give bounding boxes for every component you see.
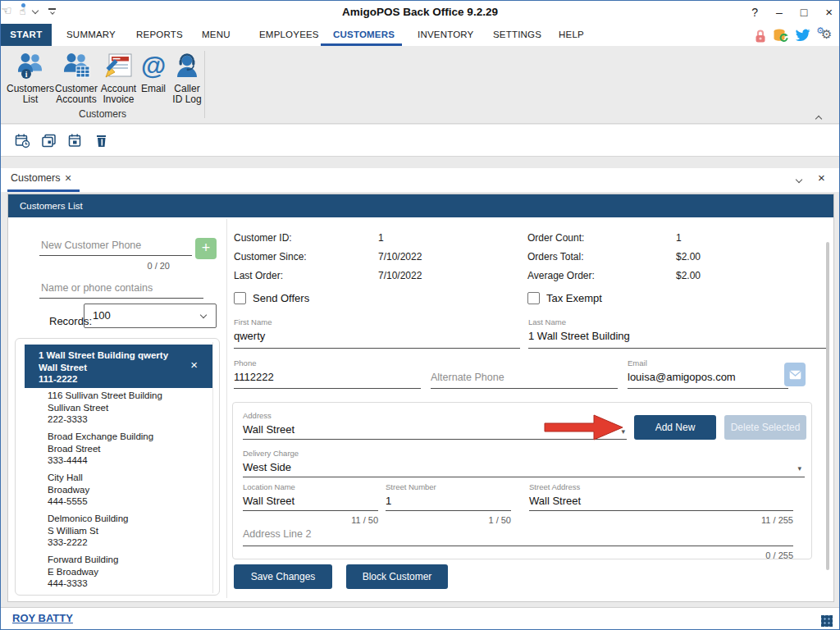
last-name-field[interactable]: Last Name 1 Wall Street Building [528, 317, 826, 349]
maximize-button[interactable]: □ [801, 1, 807, 24]
panel-header: Customers List [8, 194, 833, 217]
ribbon-customer-accounts-button[interactable]: Customer Accounts [53, 49, 99, 112]
address-group: Address Wall Street ▾ Add New Delete Sel… [232, 402, 812, 559]
doc-tab-underline [7, 189, 80, 192]
delivery-charge-dropdown[interactable]: Delivery Charge West Side ▾ [243, 449, 805, 477]
account-invoice-icon [104, 49, 134, 84]
street-number-counter: 1 / 50 [386, 515, 511, 525]
stat-value: $2.00 [676, 251, 701, 262]
tab-list-chevron-icon[interactable] [796, 176, 802, 183]
stat-label: Customer Since: [234, 251, 307, 262]
tab-customers[interactable]: CUSTOMERS [333, 24, 395, 46]
stat-value: 7/10/2022 [378, 270, 422, 281]
phone-field[interactable]: Phone 1112222 [234, 358, 421, 389]
customer-list-item[interactable]: 116 Sullivan Street BuildingSullivan Str… [25, 386, 212, 427]
tax-exempt-label: Tax Exempt [546, 292, 602, 304]
customer-list-item[interactable]: Broad Exchange BuildingBroad Street333-4… [25, 427, 212, 468]
block-customer-button[interactable]: Block Customer [346, 564, 448, 589]
alternate-phone-field[interactable]: Alternate Phone [431, 358, 618, 389]
tab-help[interactable]: HELP [559, 24, 584, 46]
records-chevron-icon [200, 312, 207, 318]
add-new-button[interactable]: Add New [634, 415, 716, 440]
doc-tab-customers[interactable]: Customers [11, 172, 60, 184]
tab-start[interactable]: START [1, 24, 52, 46]
ribbon-caller-id-log-button[interactable]: Caller ID Log [169, 49, 205, 112]
street-address-field[interactable]: Street Address Wall Street [529, 482, 793, 511]
envelope-icon [789, 370, 801, 380]
minimize-button[interactable]: – [776, 1, 783, 24]
doc-tab-close-icon[interactable]: × [65, 171, 71, 185]
svg-text:i: i [25, 71, 28, 79]
ribbon-email-button[interactable]: @ Email [138, 49, 169, 112]
send-email-button[interactable] [784, 363, 806, 386]
touch-hand-icon[interactable]: ☝ [19, 5, 25, 17]
street-address-counter: 11 / 255 [529, 515, 793, 525]
settings-gears-icon[interactable]: ⚙⚙ [816, 27, 834, 43]
ribbon-separator [204, 51, 205, 118]
send-offers-checkbox[interactable] [234, 292, 246, 304]
tab-reports[interactable]: REPORTS [136, 24, 183, 46]
tray-icons: ⚙⚙ [754, 25, 834, 45]
status-bar: ROY BATTY [1, 607, 839, 629]
tab-close-icon[interactable]: × [818, 171, 825, 185]
close-button[interactable]: × [825, 1, 833, 24]
street-number-field[interactable]: Street Number 1 [386, 482, 511, 511]
stat-value: 1 [676, 232, 682, 244]
customer-search-input[interactable]: Name or phone contains [39, 274, 203, 299]
delivery-dropdown-arrow: ▾ [797, 464, 801, 472]
stat-label: Average Order: [527, 270, 595, 281]
resize-grip[interactable] [821, 615, 833, 627]
caller-id-log-icon [173, 49, 201, 84]
records-value: 100 [93, 309, 111, 322]
customer-list-item[interactable]: City HallBroadway444-5555 [25, 468, 212, 509]
records-dropdown[interactable]: 100 [84, 304, 217, 328]
customer-list-item[interactable]: Delmonico BuildingS William St333-2222 [25, 509, 212, 550]
tax-exempt-checkbox[interactable] [527, 292, 540, 304]
lock-icon[interactable] [754, 28, 767, 43]
ribbon-customers-list-button[interactable]: i Customers List [7, 49, 53, 112]
first-name-field[interactable]: First Name qwerty [234, 317, 520, 349]
calendar-clock-icon[interactable] [12, 130, 32, 150]
stat-value: 1 [378, 232, 384, 244]
document-tab-bar: Customers × × [1, 168, 839, 192]
customer-list-item[interactable]: Forward BuildingE Broadway444-3333 [25, 550, 212, 591]
calendar-day-icon[interactable] [65, 130, 84, 150]
form-scrollbar[interactable] [826, 242, 829, 570]
send-offers-label: Send Offers [253, 292, 309, 304]
tab-menu[interactable]: MENU [202, 24, 231, 46]
column-divider [226, 219, 227, 598]
tab-summary[interactable]: SUMMARY [66, 24, 116, 46]
ribbon-account-invoice-button[interactable]: Account Invoice [99, 49, 138, 112]
tab-settings[interactable]: SETTINGS [493, 24, 541, 46]
menu-bar: START SUMMARY REPORTS MENU EMPLOYEES CUS… [1, 24, 839, 46]
delete-selected-button[interactable]: Delete Selected [724, 415, 806, 440]
twitter-icon[interactable] [795, 29, 810, 42]
tab-employees[interactable]: EMPLOYEES [259, 24, 319, 46]
tab-inventory[interactable]: INVENTORY [418, 24, 473, 46]
new-customer-phone-input[interactable]: New Customer Phone [39, 231, 192, 256]
email-field[interactable]: Email louisa@amigopos.com [628, 358, 788, 389]
window-title: AmigoPOS Back Office 9.2.29 [1, 1, 839, 24]
customer-list-item-selected[interactable]: 1 Wall Street Building qwerty Wall Stree… [25, 345, 212, 388]
stat-label: Order Count: [527, 232, 584, 244]
red-arrow-annotation [543, 411, 625, 444]
location-name-field[interactable]: Location Name Wall Street [243, 482, 378, 511]
stat-label: Last Order: [234, 270, 283, 281]
add-customer-button[interactable]: + [195, 238, 217, 259]
trash-icon[interactable] [91, 130, 111, 150]
save-changes-button[interactable]: Save Changes [234, 564, 332, 589]
address-line2-field[interactable]: Address Line 2 [243, 527, 793, 546]
list-scrollbar[interactable] [212, 342, 213, 593]
ribbon-group-label: Customers [1, 108, 204, 120]
title-bar: AmigoPOS Back Office 9.2.29 ☜ ☝ ? – □ × [1, 1, 839, 24]
deselect-customer-icon[interactable]: × [190, 359, 198, 371]
location-name-counter: 11 / 50 [243, 515, 378, 525]
customer-list: 1 Wall Street Building qwerty Wall Stree… [15, 338, 220, 596]
app-window: AmigoPOS Back Office 9.2.29 ☜ ☝ ? – □ × … [0, 0, 840, 630]
logged-in-user-link[interactable]: ROY BATTY [12, 612, 73, 624]
ribbon-collapse-button[interactable] [816, 110, 829, 120]
help-button[interactable]: ? [751, 1, 758, 24]
database-sync-icon[interactable] [773, 28, 789, 43]
calendar-stack-icon[interactable] [39, 130, 58, 150]
ribbon: i Customers List Customer Accou [1, 46, 839, 124]
